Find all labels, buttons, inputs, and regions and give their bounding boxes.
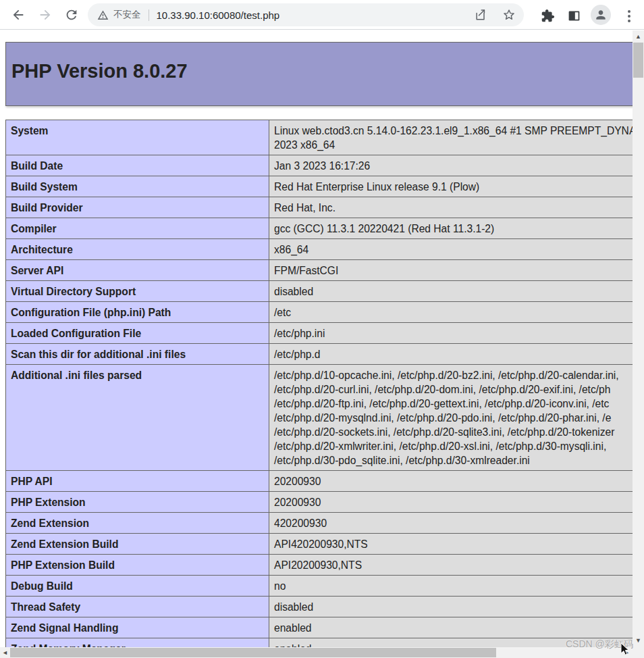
row-label: Build System — [6, 176, 269, 197]
page-title: PHP Version 8.0.27 — [11, 60, 633, 82]
scroll-down-arrow-icon[interactable]: ▼ — [635, 638, 641, 644]
row-value: Linux web.ctod3.cn 5.14.0-162.23.1.el9_1… — [269, 120, 633, 155]
row-label: Server API — [6, 260, 269, 281]
bookmark-star-icon[interactable] — [502, 8, 516, 22]
row-value: Red Hat Enterprise Linux release 9.1 (Pl… — [269, 176, 633, 197]
row-label: Architecture — [6, 239, 269, 260]
table-row: Server APIFPM/FastCGI — [6, 260, 633, 281]
row-value: FPM/FastCGI — [269, 260, 633, 281]
row-value: 420200930 — [269, 513, 633, 534]
row-label: Thread Safety — [6, 597, 269, 617]
row-value: gcc (GCC) 11.3.1 20220421 (Red Hat 11.3.… — [269, 218, 633, 239]
address-bar[interactable]: 不安全 10.33.90.10:60080/test.php — [88, 3, 524, 26]
row-label: Build Date — [6, 155, 269, 176]
page-viewport: PHP Version 8.0.27 SystemLinux web.ctod3… — [0, 30, 633, 647]
horizontal-scrollbar[interactable]: ◄ ► — [0, 647, 633, 658]
scroll-up-arrow-icon[interactable]: ▲ — [635, 34, 641, 40]
row-value: disabled — [269, 281, 633, 302]
row-value: 20200930 — [269, 492, 633, 513]
scrollbar-corner — [633, 647, 644, 658]
table-row: Build DateJan 3 2023 16:17:26 — [6, 155, 633, 176]
share-icon[interactable] — [474, 8, 487, 22]
url-text[interactable]: 10.33.90.10:60080/test.php — [157, 9, 475, 21]
table-row: PHP Extension BuildAPI20200930,NTS — [6, 555, 633, 576]
phpinfo-table: SystemLinux web.ctod3.cn 5.14.0-162.23.1… — [5, 120, 633, 647]
row-value: Red Hat, Inc. — [269, 197, 633, 218]
forward-button[interactable] — [37, 7, 53, 23]
vertical-scrollbar-thumb[interactable] — [633, 43, 643, 78]
row-label: PHP Extension Build — [6, 555, 269, 576]
info-table-body: SystemLinux web.ctod3.cn 5.14.0-162.23.1… — [6, 120, 633, 648]
row-label: Zend Extension Build — [6, 534, 269, 555]
table-row: Zend Memory Managerenabled — [6, 638, 633, 648]
extensions-button[interactable] — [539, 7, 556, 24]
table-row: Build ProviderRed Hat, Inc. — [6, 197, 633, 218]
back-arrow-icon — [10, 7, 26, 22]
back-button[interactable] — [10, 7, 26, 23]
table-row: Virtual Directory Supportdisabled — [6, 281, 633, 302]
row-value: x86_64 — [269, 239, 633, 260]
omnibox-divider — [149, 9, 149, 21]
scroll-left-arrow-icon[interactable]: ◄ — [2, 650, 8, 656]
row-label: Zend Signal Handling — [6, 617, 269, 638]
row-value: API420200930,NTS — [269, 534, 633, 555]
table-row: Zend Extension420200930 — [6, 513, 633, 534]
horizontal-scrollbar-thumb[interactable] — [10, 648, 496, 657]
browser-toolbar: 不安全 10.33.90.10:60080/test.php — [0, 0, 644, 30]
row-value: /etc/php.ini — [269, 323, 633, 344]
reload-icon — [63, 7, 80, 22]
puzzle-icon — [539, 9, 556, 23]
row-label: PHP Extension — [6, 492, 269, 513]
security-status-label: 不安全 — [113, 9, 141, 21]
table-row: Compilergcc (GCC) 11.3.1 20220421 (Red H… — [6, 218, 633, 239]
mouse-cursor — [620, 643, 630, 658]
browser-menu-button[interactable] — [621, 7, 637, 23]
table-row: Configuration File (php.ini) Path/etc — [6, 302, 633, 323]
row-value: 20200930 — [269, 471, 633, 492]
table-row: Additional .ini files parsed/etc/php.d/1… — [6, 365, 633, 471]
table-row: Debug Buildno — [6, 576, 633, 597]
row-label: Virtual Directory Support — [6, 281, 269, 302]
not-secure-warning-icon[interactable] — [97, 9, 109, 21]
row-label: Build Provider — [6, 197, 269, 218]
forward-arrow-icon — [37, 7, 53, 22]
row-label: Debug Build — [6, 576, 269, 597]
person-icon — [591, 8, 611, 22]
row-label: Zend Extension — [6, 513, 269, 534]
table-row: Loaded Configuration File/etc/php.ini — [6, 323, 633, 344]
table-row: Build SystemRed Hat Enterprise Linux rel… — [6, 176, 633, 197]
reload-button[interactable] — [63, 7, 80, 23]
table-row: Architecturex86_64 — [6, 239, 633, 260]
row-value: /etc/php.d — [269, 344, 633, 365]
row-label: Additional .ini files parsed — [6, 365, 269, 471]
row-value: no — [269, 576, 633, 597]
profile-avatar[interactable] — [591, 5, 611, 25]
row-label: Configuration File (php.ini) Path — [6, 302, 269, 323]
table-row: Zend Extension BuildAPI420200930,NTS — [6, 534, 633, 555]
row-value: enabled — [269, 617, 633, 638]
row-value: Jan 3 2023 16:17:26 — [269, 155, 633, 176]
page-content: PHP Version 8.0.27 SystemLinux web.ctod3… — [0, 42, 633, 647]
three-dot-menu-icon — [621, 8, 637, 22]
row-value: API20200930,NTS — [269, 555, 633, 576]
row-label: Compiler — [6, 218, 269, 239]
phpinfo-header: PHP Version 8.0.27 — [5, 42, 633, 106]
table-row: Zend Signal Handlingenabled — [6, 617, 633, 638]
row-label: PHP API — [6, 471, 269, 492]
vertical-scrollbar[interactable]: ▲ ▼ — [633, 30, 644, 647]
table-row: Thread Safetydisabled — [6, 597, 633, 617]
row-label: System — [6, 120, 269, 155]
row-label: Loaded Configuration File — [6, 323, 269, 344]
row-value: /etc/php.d/10-opcache.ini, /etc/php.d/20… — [269, 365, 633, 471]
table-row: Scan this dir for additional .ini files/… — [6, 344, 633, 365]
row-label: Scan this dir for additional .ini files — [6, 344, 269, 365]
side-panel-button[interactable] — [566, 7, 582, 24]
side-panel-icon — [566, 9, 582, 23]
row-label: Zend Memory Manager — [6, 638, 269, 648]
table-row: SystemLinux web.ctod3.cn 5.14.0-162.23.1… — [6, 120, 633, 155]
row-value: /etc — [269, 302, 633, 323]
table-row: PHP API20200930 — [6, 471, 633, 492]
table-row: PHP Extension20200930 — [6, 492, 633, 513]
row-value: disabled — [269, 597, 633, 617]
